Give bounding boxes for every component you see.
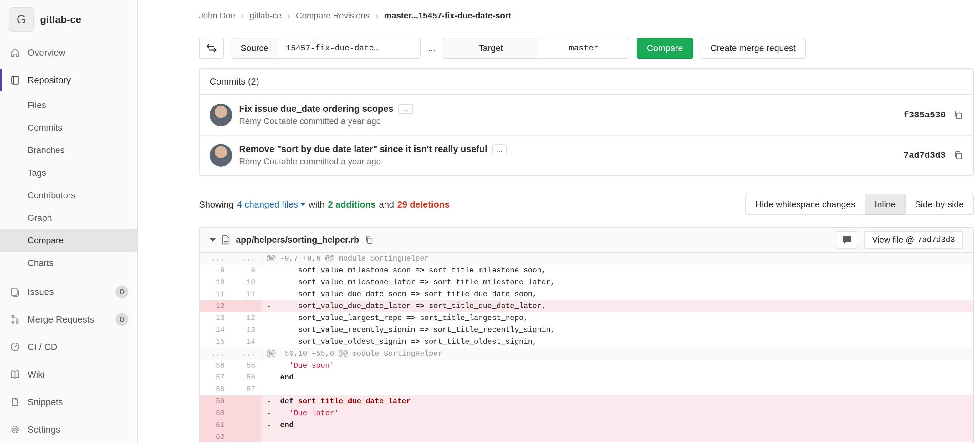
diff-stats-bar: Showing 4 changed files with 2 additions… xyxy=(199,194,974,215)
copy-sha-icon[interactable] xyxy=(954,151,963,160)
old-line-number[interactable]: 15 xyxy=(200,336,231,348)
new-line-number[interactable]: 9 xyxy=(231,265,262,276)
old-line-number[interactable]: 56 xyxy=(200,360,231,372)
create-merge-request-button[interactable]: Create merge request xyxy=(701,38,806,59)
new-line-number[interactable]: 56 xyxy=(231,372,262,383)
old-line-number[interactable]: 62 xyxy=(200,431,231,442)
old-line-number[interactable]: 59 xyxy=(200,396,231,407)
sidebar-item-settings[interactable]: Settings xyxy=(0,416,137,443)
old-line-number[interactable]: 14 xyxy=(200,324,231,336)
sidebar-item-label: Repository xyxy=(27,75,71,85)
diff-file-path[interactable]: app/helpers/sorting_helper.rb xyxy=(236,235,359,245)
commit-sha[interactable]: 7ad7d3d3 xyxy=(904,151,946,160)
diff-code-line: sort_value_largest_repo => sort_title_la… xyxy=(262,312,973,324)
old-line-number[interactable]: 58 xyxy=(200,383,231,396)
sidebar-item-tags[interactable]: Tags xyxy=(0,161,137,184)
sidebar-item-charts[interactable]: Charts xyxy=(0,252,137,274)
commit-author-avatar[interactable] xyxy=(210,104,232,126)
old-line-number[interactable]: 9 xyxy=(200,265,231,276)
view-file-button[interactable]: View file @ 7ad7d3d3 xyxy=(864,231,963,249)
diff-file-header: app/helpers/sorting_helper.rb View file … xyxy=(200,228,973,253)
sidebar-item-label: Overview xyxy=(27,48,65,58)
diff-row-del: 12- sort_value_due_date_later => sort_ti… xyxy=(200,300,973,312)
nav-spacer xyxy=(0,274,137,278)
new-line-number[interactable]: 55 xyxy=(231,360,262,372)
new-line-number[interactable]: 12 xyxy=(231,312,262,324)
collapse-file-caret-icon[interactable] xyxy=(210,238,216,242)
sidebar-item-label: Branches xyxy=(27,145,64,155)
project-avatar-letter: G xyxy=(17,13,26,26)
sidebar-item-issues[interactable]: Issues 0 xyxy=(0,278,137,306)
sidebar-item-commits[interactable]: Commits xyxy=(0,117,137,139)
commit-sha[interactable]: f385a530 xyxy=(904,110,946,120)
project-header[interactable]: G gitlab-ce xyxy=(0,0,137,39)
sidebar-item-files[interactable]: Files xyxy=(0,94,137,117)
new-line-number[interactable] xyxy=(231,431,262,442)
diff-row-hunk: ......@@ -56,10 +55,6 @@ module SortingH… xyxy=(200,348,973,360)
hide-whitespace-button[interactable]: Hide whitespace changes xyxy=(745,194,865,215)
diff-row-ctx: 5756 end xyxy=(200,372,973,383)
changed-files-dropdown[interactable]: 4 changed files xyxy=(237,200,305,210)
breadcrumb-project[interactable]: gitlab-ce xyxy=(250,11,282,21)
sidebar-item-branches[interactable]: Branches xyxy=(0,139,137,161)
sidebar-item-graph[interactable]: Graph xyxy=(0,207,137,229)
new-line-number[interactable]: 57 xyxy=(231,383,262,396)
side-by-side-view-button[interactable]: Side-by-side xyxy=(905,194,974,215)
old-line-number[interactable]: 12 xyxy=(200,300,231,312)
new-line-number[interactable]: ... xyxy=(231,253,262,265)
source-label: Source xyxy=(232,38,277,58)
new-line-number[interactable] xyxy=(231,396,262,407)
new-line-number[interactable]: 10 xyxy=(231,276,262,288)
compare-button[interactable]: Compare xyxy=(637,38,693,59)
old-line-number[interactable]: ... xyxy=(200,348,231,360)
diff-rows: ......@@ -9,7 +9,6 @@ module SortingHelp… xyxy=(200,253,973,442)
old-line-number[interactable]: 57 xyxy=(200,372,231,383)
commit-title[interactable]: Fix issue due_date ordering scopes xyxy=(239,104,393,114)
sidebar-item-wiki[interactable]: Wiki xyxy=(0,361,137,388)
target-branch-dropdown[interactable]: master xyxy=(538,38,628,58)
new-line-number[interactable]: 11 xyxy=(231,288,262,300)
commit-info: Remove "sort by due date later" since it… xyxy=(239,144,507,166)
sidebar-item-ci-cd[interactable]: CI / CD xyxy=(0,333,137,361)
old-line-number[interactable]: 10 xyxy=(200,276,231,288)
sidebar-item-label: Charts xyxy=(27,258,53,268)
new-line-number[interactable]: ... xyxy=(231,348,262,360)
new-line-number[interactable]: 14 xyxy=(231,336,262,348)
breadcrumb-user[interactable]: John Doe xyxy=(199,11,235,21)
sidebar-item-snippets[interactable]: Snippets xyxy=(0,388,137,416)
showing-label: Showing xyxy=(199,200,234,210)
sidebar-item-repository[interactable]: Repository xyxy=(0,66,137,94)
diff-row-ctx: 1413 sort_value_recently_signin => sort_… xyxy=(200,324,973,336)
swap-icon xyxy=(207,44,216,53)
commit-description-toggle-button[interactable]: ... xyxy=(492,144,507,154)
sidebar-item-merge-requests[interactable]: Merge Requests 0 xyxy=(0,306,137,333)
diff-code-line: - 'Due later' xyxy=(262,407,973,419)
new-line-number[interactable] xyxy=(231,419,262,431)
swap-revisions-button[interactable] xyxy=(199,38,224,59)
old-line-number[interactable]: 60 xyxy=(200,407,231,419)
old-line-number[interactable]: 61 xyxy=(200,419,231,431)
breadcrumb-compare-revisions[interactable]: Compare Revisions xyxy=(296,11,370,21)
old-line-number[interactable]: ... xyxy=(200,253,231,265)
new-line-number[interactable] xyxy=(231,407,262,419)
sidebar-item-compare[interactable]: Compare xyxy=(0,229,137,252)
diff-code-line: sort_value_recently_signin => sort_title… xyxy=(262,324,973,336)
new-line-number[interactable]: 13 xyxy=(231,324,262,336)
commit-author-avatar[interactable] xyxy=(210,144,232,166)
source-branch-dropdown[interactable]: 15457-fix-due-date… xyxy=(277,38,420,58)
old-line-number[interactable]: 11 xyxy=(200,288,231,300)
commit-description-toggle-button[interactable]: ... xyxy=(398,104,413,114)
compare-form: Source 15457-fix-due-date… ... Target ma… xyxy=(199,38,974,59)
diff-view-controls: Hide whitespace changes Inline Side-by-s… xyxy=(745,194,974,215)
sidebar-item-overview[interactable]: Overview xyxy=(0,39,137,66)
inline-view-button[interactable]: Inline xyxy=(865,194,905,215)
copy-file-path-icon[interactable] xyxy=(365,235,374,244)
commit-title[interactable]: Remove "sort by due date later" since it… xyxy=(239,144,487,154)
new-line-number[interactable] xyxy=(231,300,262,312)
copy-sha-icon[interactable] xyxy=(954,110,963,120)
toggle-comments-button[interactable] xyxy=(836,231,858,249)
additions-count: 2 additions xyxy=(328,200,376,210)
sidebar-item-label: Wiki xyxy=(27,369,45,380)
old-line-number[interactable]: 13 xyxy=(200,312,231,324)
sidebar-item-contributors[interactable]: Contributors xyxy=(0,184,137,207)
